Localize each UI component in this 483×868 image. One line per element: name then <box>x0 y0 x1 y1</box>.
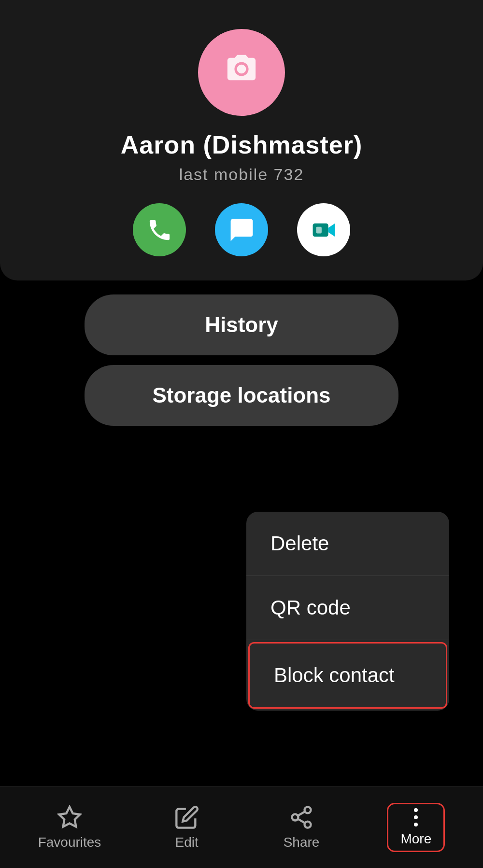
bottom-nav: Favourites Edit Share More <box>0 786 483 868</box>
svg-rect-2 <box>316 226 321 233</box>
more-label: More <box>400 831 431 847</box>
avatar <box>198 29 285 116</box>
block-contact-menu-item[interactable]: Block contact <box>248 642 447 709</box>
qr-code-menu-item[interactable]: QR code <box>246 576 449 640</box>
action-buttons-row <box>133 203 350 256</box>
nav-edit[interactable]: Edit <box>158 805 216 850</box>
delete-menu-item[interactable]: Delete <box>246 512 449 576</box>
svg-line-7 <box>298 819 305 823</box>
contact-card: Aaron (Dishmaster) last mobile 732 <box>0 0 483 280</box>
svg-line-8 <box>298 812 305 816</box>
contact-name: Aaron (Dishmaster) <box>121 130 363 159</box>
nav-share[interactable]: Share <box>272 805 330 850</box>
context-menu: Delete QR code Block contact <box>246 512 449 711</box>
svg-point-6 <box>305 821 311 827</box>
storage-locations-button[interactable]: Storage locations <box>85 365 398 426</box>
svg-marker-1 <box>328 223 335 237</box>
menu-area: History Storage locations <box>0 294 483 426</box>
more-dots-icon <box>414 808 418 826</box>
contact-number: last mobile 732 <box>179 165 304 184</box>
camera-icon <box>225 52 258 93</box>
phone-button[interactable] <box>133 203 186 256</box>
edit-label: Edit <box>175 835 199 850</box>
favourites-label: Favourites <box>38 835 101 850</box>
svg-point-5 <box>292 814 298 820</box>
nav-more[interactable]: More <box>387 803 445 852</box>
meet-button[interactable] <box>297 203 350 256</box>
nav-favourites[interactable]: Favourites <box>38 805 101 850</box>
message-button[interactable] <box>215 203 268 256</box>
svg-point-4 <box>305 807 311 813</box>
share-label: Share <box>284 835 320 850</box>
history-button[interactable]: History <box>85 294 398 355</box>
svg-marker-3 <box>59 807 80 826</box>
